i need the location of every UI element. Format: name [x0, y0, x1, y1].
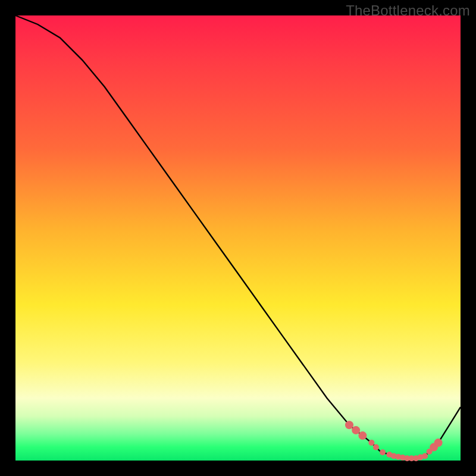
chart-frame: TheBottleneck.com — [0, 0, 476, 476]
curve-marker — [373, 444, 379, 450]
curve-marker — [358, 431, 367, 440]
curve-marker — [368, 440, 374, 446]
curve-marker — [345, 421, 353, 429]
bottleneck-curve-path — [15, 15, 461, 458]
gradient-plot-area — [15, 15, 461, 461]
watermark-text: TheBottleneck.com — [346, 2, 470, 19]
curve-marker — [422, 453, 428, 459]
curve-marker — [380, 449, 386, 455]
curve-layer — [15, 15, 461, 461]
curve-marker — [352, 426, 360, 434]
marker-group — [345, 421, 443, 461]
curve-marker — [434, 439, 443, 447]
